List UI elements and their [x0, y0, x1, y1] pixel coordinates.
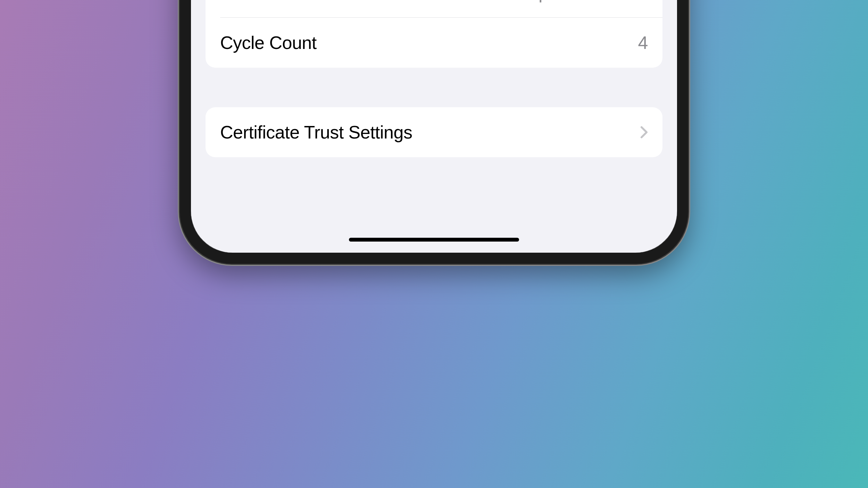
cycle-count-label: Cycle Count	[220, 32, 317, 53]
first-use-label: First Use	[220, 0, 291, 3]
row-right	[640, 126, 648, 139]
first-use-value: September 2023	[517, 0, 648, 3]
section-gap	[202, 68, 666, 107]
certificate-trust-card: Certificate Trust Settings	[206, 107, 662, 157]
phone-frame: BATTERY Manufacture Date August 2023 Fir…	[180, 0, 688, 264]
settings-screen: BATTERY Manufacture Date August 2023 Fir…	[191, 0, 677, 253]
battery-info-card: Manufacture Date August 2023 First Use S…	[206, 0, 662, 68]
home-indicator[interactable]	[349, 238, 519, 242]
cycle-count-row: Cycle Count 4	[206, 18, 662, 68]
cycle-count-value: 4	[638, 32, 648, 53]
certificate-trust-settings-label: Certificate Trust Settings	[220, 122, 412, 143]
chevron-right-icon	[640, 126, 648, 139]
first-use-row: First Use September 2023	[206, 0, 662, 17]
certificate-trust-settings-row[interactable]: Certificate Trust Settings	[206, 107, 662, 157]
